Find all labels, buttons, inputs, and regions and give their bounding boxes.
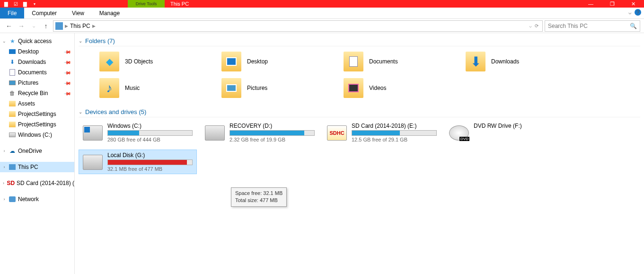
download-icon: ⬇	[9, 58, 16, 66]
nav-label: Pictures	[18, 80, 38, 86]
close-button[interactable]: ✕	[623, 0, 644, 8]
folder-label: Pictures	[247, 85, 267, 91]
tab-view[interactable]: View	[64, 8, 92, 18]
folder-videos[interactable]: Videos	[342, 76, 460, 100]
tooltip: Space free: 32.1 MB Total size: 477 MB	[231, 187, 287, 207]
nav-qa-assets[interactable]: Assets	[0, 98, 74, 109]
ribbon-expand-icon[interactable]: ⌵	[628, 9, 632, 16]
window-title: This PC	[165, 0, 194, 8]
drive-usage-bar	[107, 130, 193, 136]
chevron-right-icon[interactable]: ▶	[65, 24, 68, 28]
folder-icon	[221, 78, 241, 98]
drive-free-text: 2.32 GB free of 19.9 GB	[229, 137, 315, 142]
nav-qa-pictures[interactable]: Pictures 📌	[0, 78, 74, 88]
content-pane: ⌄ Folders (7) ◆ 3D Objects Desktop Docum…	[75, 33, 644, 274]
chevron-down-icon[interactable]: ⌄	[79, 109, 82, 115]
drive-usage-bar	[229, 130, 315, 136]
minimize-button[interactable]: —	[580, 0, 601, 8]
chevron-right-icon[interactable]: ›	[2, 165, 7, 169]
nav-quick-access[interactable]: ⌄ ★ Quick access	[0, 36, 74, 46]
folder-icon	[9, 122, 16, 127]
folder-3d-objects[interactable]: ◆ 3D Objects	[97, 49, 216, 74]
chevron-right-icon[interactable]: ›	[2, 181, 5, 186]
nav-recent-dropdown[interactable]: ⌵	[28, 21, 39, 31]
group-label: Folders (7)	[85, 37, 115, 44]
breadcrumb-history-icon[interactable]: ⌵	[529, 23, 532, 28]
nav-label: SD Card (2014-2018) (	[17, 180, 74, 186]
help-icon[interactable]: ?	[635, 9, 641, 16]
document-icon	[349, 56, 358, 67]
nav-this-pc[interactable]: › This PC	[0, 162, 74, 172]
nav-label: OneDrive	[18, 148, 42, 154]
drive-dvd-f[interactable]: DVD DVD RW Drive (F:)	[445, 120, 563, 145]
drive-icon	[9, 133, 16, 137]
qat-checkbox-icon[interactable]: ☑	[11, 0, 20, 7]
nav-network[interactable]: › Network	[0, 194, 74, 204]
chevron-right-icon[interactable]: ▶	[92, 24, 96, 28]
nav-qa-documents[interactable]: Documents 📌	[0, 67, 74, 78]
nav-back-button[interactable]: ←	[4, 21, 14, 31]
nav-onedrive[interactable]: › ☁ OneDrive	[0, 146, 74, 156]
network-icon	[9, 196, 16, 202]
breadcrumb-item[interactable]: This PC	[70, 23, 90, 29]
drive-usage-bar	[107, 159, 193, 165]
chevron-down-icon[interactable]: ⌄	[2, 39, 7, 44]
search-input[interactable]: Search This PC 🔍	[545, 20, 640, 32]
pictures-icon	[226, 84, 237, 92]
nav-label: Windows (C:)	[18, 132, 52, 138]
nav-forward-button[interactable]: →	[16, 21, 26, 31]
folder-documents[interactable]: Documents	[342, 49, 460, 74]
maximize-button[interactable]: ❐	[601, 0, 623, 8]
music-icon: ♪	[106, 81, 113, 96]
chevron-down-icon[interactable]: ⌄	[79, 38, 82, 44]
group-header-folders[interactable]: ⌄ Folders (7)	[79, 36, 640, 46]
pictures-icon	[9, 80, 16, 85]
nav-sd-card[interactable]: › SD SD Card (2014-2018) (	[0, 178, 74, 188]
nav-qa-projectsettings-1[interactable]: ProjectSettings	[0, 109, 74, 119]
nav-qa-recycle[interactable]: 🗑 Recycle Bin 📌	[0, 88, 74, 98]
breadcrumb-bar[interactable]: ▶ This PC ▶ ⌵ ⟳	[53, 20, 543, 32]
qat-folder-icon[interactable]: ▇	[21, 0, 29, 7]
nav-label: Downloads	[18, 59, 46, 65]
folder-label: Music	[125, 85, 140, 91]
nav-qa-downloads[interactable]: ⬇ Downloads 📌	[0, 57, 74, 67]
nav-qa-desktop[interactable]: Desktop 📌	[0, 46, 74, 57]
folder-downloads[interactable]: ⬇ Downloads	[464, 49, 582, 74]
chevron-right-icon[interactable]: ›	[2, 197, 7, 202]
nav-qa-projectsettings-2[interactable]: ProjectSettings	[0, 119, 74, 130]
tooltip-line: Space free: 32.1 MB	[235, 190, 282, 197]
group-header-devices[interactable]: ⌄ Devices and drives (5)	[79, 107, 640, 117]
qat-dropdown-icon[interactable]: ▾	[30, 0, 39, 7]
drive-label: DVD RW Drive (F:)	[474, 123, 559, 129]
folder-label: Videos	[369, 85, 386, 91]
nav-qa-windows-c[interactable]: Windows (C:)	[0, 130, 74, 140]
group-label: Devices and drives (5)	[85, 108, 146, 115]
drive-free-text: 280 GB free of 444 GB	[107, 137, 193, 142]
drive-local-disk-g[interactable]: Local Disk (G:) 32.1 MB free of 477 MB	[79, 150, 197, 174]
nav-up-button[interactable]: ↑	[41, 21, 51, 31]
nav-label: This PC	[18, 164, 38, 170]
pin-icon: 📌	[64, 69, 71, 76]
chevron-right-icon[interactable]: ›	[2, 149, 7, 153]
nav-label: Desktop	[18, 48, 39, 55]
tab-file[interactable]: File	[0, 8, 24, 18]
drive-recovery-d[interactable]: RECOVERY (D:) 2.32 GB free of 19.9 GB	[201, 120, 319, 145]
drive-windows-c[interactable]: Windows (C:) 280 GB free of 444 GB	[79, 120, 197, 145]
search-icon[interactable]: 🔍	[630, 23, 637, 29]
drive-label: RECOVERY (D:)	[229, 123, 315, 129]
ribbon-tabs: File Computer View Manage ⌵ ?	[0, 8, 644, 19]
folder-music[interactable]: ♪ Music	[97, 76, 216, 100]
tab-manage[interactable]: Manage	[92, 8, 127, 18]
folder-desktop[interactable]: Desktop	[220, 49, 338, 74]
tab-computer[interactable]: Computer	[24, 8, 64, 18]
title-bar: ▇ ☑ ▇ ▾ Drive Tools This PC — ❐ ✕	[0, 0, 644, 8]
folder-icon: ♪	[99, 78, 119, 98]
refresh-icon[interactable]: ⟳	[535, 23, 538, 28]
nav-label: ProjectSettings	[18, 121, 56, 128]
pc-icon	[9, 164, 16, 170]
sd-card-icon: SDHC	[327, 125, 347, 141]
drive-sd-card-e[interactable]: SDHC SD Card (2014-2018) (E:) 12.5 GB fr…	[323, 120, 441, 145]
folder-icon	[9, 101, 16, 106]
folder-pictures[interactable]: Pictures	[220, 76, 338, 100]
drive-free-text: 32.1 MB free of 477 MB	[107, 166, 193, 172]
